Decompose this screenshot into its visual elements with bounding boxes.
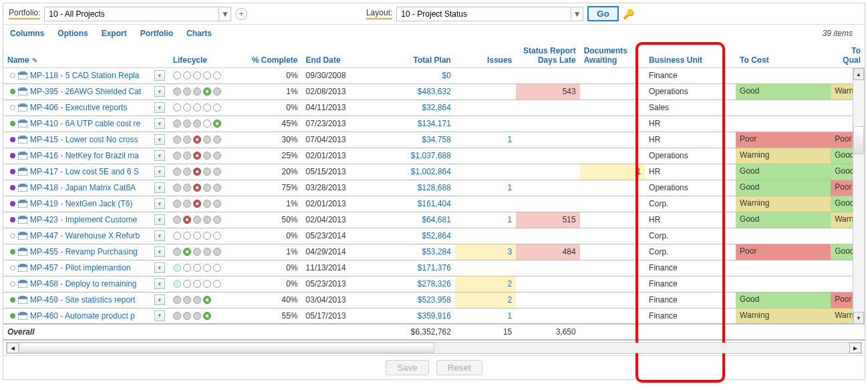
phase-dot-icon: [213, 184, 221, 192]
project-link[interactable]: MP-406 - Executive reports: [30, 103, 152, 112]
status-dot-icon: [10, 105, 15, 110]
pct-complete: 1%: [235, 244, 301, 260]
col-end[interactable]: End Date: [302, 42, 384, 67]
row-menu-button[interactable]: ▼: [154, 246, 165, 257]
action-buttons: Save Reset: [3, 355, 865, 379]
issues[interactable]: 1: [455, 180, 516, 196]
col-pct[interactable]: % Complete: [235, 42, 301, 67]
portfolio-input[interactable]: [45, 8, 219, 20]
col-qual[interactable]: To Qual: [831, 42, 865, 67]
phase-dot-icon: [193, 184, 201, 192]
col-docs[interactable]: Documents Awaiting: [580, 42, 645, 67]
project-link[interactable]: MP-118 - 5 CAD Station Repla: [30, 71, 152, 80]
col-name[interactable]: Name✎: [3, 42, 169, 67]
svg-rect-4: [18, 89, 27, 91]
chevron-down-icon[interactable]: ▼: [571, 7, 583, 21]
to-cost: Warning: [736, 308, 831, 324]
reset-button[interactable]: Reset: [436, 360, 482, 375]
row-menu-button[interactable]: ▼: [154, 311, 165, 321]
key-icon[interactable]: 🔑: [623, 9, 634, 19]
col-cost[interactable]: To Cost: [736, 42, 831, 67]
menu-portfolio[interactable]: Portfolio: [140, 29, 173, 38]
row-menu-button[interactable]: ▼: [154, 150, 165, 161]
vscroll-thumb[interactable]: [853, 126, 864, 154]
horizontal-scrollbar[interactable]: ◀ ▶: [6, 342, 862, 354]
scroll-left-icon[interactable]: ◀: [7, 343, 19, 353]
portfolio-combo[interactable]: ▼: [44, 7, 231, 21]
row-menu-button[interactable]: ▼: [154, 102, 165, 113]
phase-dot-icon: [193, 152, 201, 160]
project-link[interactable]: MP-455 - Revamp Purchasing: [30, 247, 152, 256]
svg-rect-10: [18, 121, 27, 123]
project-icon: [18, 248, 27, 256]
row-menu-button[interactable]: ▼: [154, 198, 165, 209]
menu-export[interactable]: Export: [102, 29, 127, 38]
row-menu-button[interactable]: ▼: [154, 214, 165, 225]
row-menu-button[interactable]: ▼: [154, 278, 165, 289]
phase-dot-icon: [173, 71, 181, 79]
docs-awaiting: [580, 260, 645, 276]
vertical-scrollbar[interactable]: ▲ ▼: [853, 67, 865, 325]
scroll-right-icon[interactable]: ▶: [849, 343, 861, 353]
project-link[interactable]: MP-410 - 6A UTP cable cost re: [30, 119, 152, 128]
project-link[interactable]: MP-417 - Low cost 5E and 6 S: [30, 167, 152, 176]
project-link[interactable]: MP-460 - Automate product p: [30, 311, 152, 321]
row-menu-button[interactable]: ▼: [154, 70, 165, 81]
col-days-late[interactable]: Status Report Days Late: [516, 42, 579, 67]
phase-dot-icon: [203, 216, 211, 224]
total-plan: $278,326: [383, 276, 455, 292]
issues[interactable]: 1: [455, 212, 516, 228]
project-link[interactable]: MP-419 - NextGen Jack (T6): [30, 199, 152, 208]
project-link[interactable]: MP-459 - Site statistics report: [30, 295, 152, 305]
chevron-down-icon[interactable]: ▼: [219, 7, 231, 21]
col-plan[interactable]: Total Plan: [383, 42, 455, 67]
col-bu[interactable]: Business Unit: [645, 42, 736, 67]
row-menu-button[interactable]: ▼: [154, 230, 165, 241]
project-link[interactable]: MP-415 - Lower cost No cross: [30, 135, 152, 144]
project-link[interactable]: MP-416 - NetKey for Brazil ma: [30, 151, 152, 160]
issues[interactable]: 2: [455, 292, 516, 308]
phase-dot-icon: [183, 312, 191, 320]
issues[interactable]: 3: [455, 244, 516, 260]
row-menu-button[interactable]: ▼: [154, 118, 165, 129]
project-link[interactable]: MP-418 - Japan Matrix Cat6A: [30, 183, 152, 192]
docs-awaiting: [580, 196, 645, 212]
menu-charts[interactable]: Charts: [186, 29, 212, 38]
status-dot-icon: [10, 281, 15, 286]
row-menu-button[interactable]: ▼: [154, 166, 165, 177]
project-link[interactable]: MP-457 - Pilot implemantion: [30, 263, 152, 272]
layout-input[interactable]: [397, 8, 571, 20]
issues: [455, 67, 516, 83]
col-lifecycle[interactable]: Lifecycle: [169, 42, 235, 67]
to-cost: [736, 100, 831, 116]
row-menu-button[interactable]: ▼: [154, 182, 165, 193]
project-link[interactable]: MP-423 - Implement Custome: [30, 215, 152, 224]
phase-dot-icon: [213, 248, 221, 256]
table-row: MP-415 - Lower cost No cross▼30%07/04/20…: [3, 132, 865, 148]
project-link[interactable]: MP-458 - Deploy to remaining: [30, 279, 152, 288]
project-link[interactable]: MP-447 - Warehouse X Refurb: [30, 231, 152, 240]
go-button[interactable]: Go: [587, 6, 619, 21]
total-plan: $32,864: [383, 100, 455, 116]
project-icon: [18, 120, 27, 128]
project-link[interactable]: MP-395 - 26AWG Shielded Cat: [30, 87, 152, 96]
row-menu-button[interactable]: ▼: [154, 262, 165, 273]
add-portfolio-button[interactable]: +: [235, 8, 247, 20]
issues[interactable]: 1: [455, 132, 516, 148]
layout-combo[interactable]: ▼: [396, 7, 583, 21]
col-issues[interactable]: Issues: [455, 42, 516, 67]
row-menu-button[interactable]: ▼: [154, 134, 165, 145]
row-menu-button[interactable]: ▼: [154, 295, 165, 305]
issues[interactable]: 1: [455, 308, 516, 324]
issues[interactable]: 2: [455, 276, 516, 292]
menu-columns[interactable]: Columns: [10, 29, 44, 38]
row-menu-button[interactable]: ▼: [154, 86, 165, 97]
svg-rect-37: [18, 265, 27, 267]
hscroll-thumb[interactable]: [19, 343, 434, 353]
scroll-down-icon[interactable]: ▼: [853, 312, 864, 324]
save-button[interactable]: Save: [386, 360, 428, 375]
pencil-icon[interactable]: ✎: [32, 57, 37, 64]
scroll-up-icon[interactable]: ▲: [853, 68, 864, 80]
days-late: [516, 308, 579, 324]
menu-options[interactable]: Options: [57, 29, 88, 38]
